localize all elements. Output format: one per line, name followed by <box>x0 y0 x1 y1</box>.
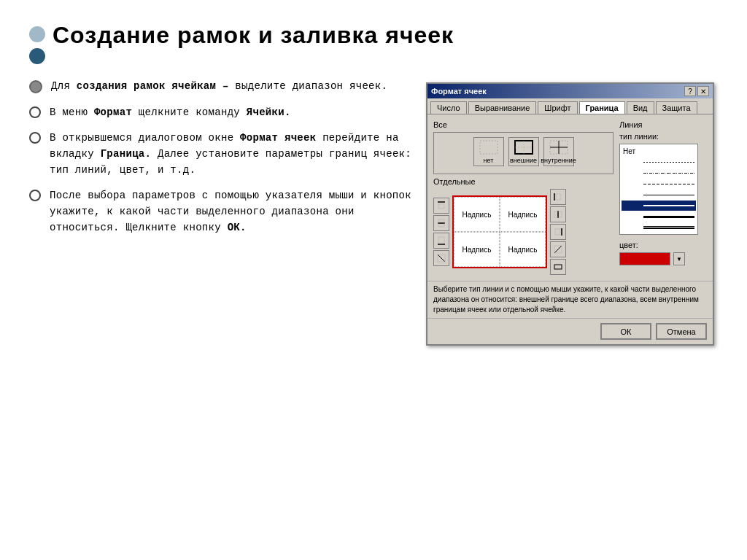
content-area: Для создания рамок ячейкам – выделите ди… <box>29 79 718 545</box>
preset-outer-button[interactable]: внешние <box>508 137 539 166</box>
color-dropdown-button[interactable]: ▼ <box>673 252 685 265</box>
tab-number[interactable]: Число <box>430 101 467 114</box>
line-section: Линия тип линии: Нет <box>619 120 707 235</box>
border-bottom-btn[interactable] <box>433 233 449 249</box>
border-middle-btn[interactable] <box>433 215 449 231</box>
page-title: Создание рамок и заливка ячеек <box>53 22 454 49</box>
dialog-description: Выберите тип линии и с помощью мыши укаж… <box>427 281 713 318</box>
border-right-side-icon <box>553 227 563 237</box>
dialog-column: Формат ячеек ? ✕ Число Выравнивание Шриф… <box>426 79 718 545</box>
line-type-list: Нет <box>619 144 698 235</box>
close-button[interactable]: ✕ <box>697 86 709 96</box>
border-right-buttons <box>550 189 566 275</box>
none-label: Нет <box>623 147 640 155</box>
line-dash1-item[interactable] <box>622 157 696 167</box>
bold-text: Граница. <box>101 148 152 160</box>
tab-font[interactable]: Шрифт <box>538 101 577 114</box>
preview-cell-3: Надпись <box>454 232 500 267</box>
line-dash3-preview <box>643 184 694 184</box>
bullet-marker-2 <box>29 106 41 118</box>
bullet-marker-3 <box>29 132 41 144</box>
ok-bold: ОК. <box>228 222 247 233</box>
dialog-window: Формат ячеек ? ✕ Число Выравнивание Шриф… <box>426 82 714 346</box>
border-presets: нет <box>433 132 614 174</box>
bold-text: создания рамок ячейкам – <box>77 80 229 92</box>
border-left-side-icon <box>553 192 563 202</box>
line-dotdash-visual <box>643 173 694 174</box>
preview-cell-1: Надпись <box>454 197 500 232</box>
individual-section: Отдельные <box>433 177 614 275</box>
tab-view[interactable]: Вид <box>627 101 654 114</box>
line-thick-preview <box>643 216 694 218</box>
line-thick-visual <box>643 216 694 218</box>
border-extra-btn[interactable] <box>550 259 566 275</box>
border-diag-icon <box>436 253 446 263</box>
tab-protect[interactable]: Защита <box>656 101 697 114</box>
bullet-item-1: Для создания рамок ячейкам – выделите ди… <box>29 79 411 95</box>
svg-rect-16 <box>556 194 561 200</box>
border-diag-btn[interactable] <box>433 250 449 266</box>
color-swatch[interactable] <box>619 252 670 265</box>
line-dash3-item[interactable] <box>622 179 696 189</box>
preview-cell-4: Надпись <box>500 232 546 267</box>
border-vert-icon <box>553 209 563 219</box>
help-button[interactable]: ? <box>684 86 696 96</box>
preview-canvas: Надпись Надпись Надпись Надпись <box>452 195 547 268</box>
outer-svg <box>514 139 534 155</box>
svg-rect-23 <box>554 265 562 269</box>
border-right-side-btn[interactable] <box>550 224 566 240</box>
bullet-text-4: После выбора параметров с помощью указат… <box>50 188 411 236</box>
tab-align[interactable]: Выравнивание <box>468 101 537 114</box>
line-type-label: тип линии: <box>619 132 707 141</box>
dialog-titlebar: Формат ячеек ? ✕ <box>427 84 713 98</box>
bullet-item-2: В меню Формат щелкните команду Ячейки. <box>29 105 411 121</box>
svg-rect-0 <box>480 141 498 154</box>
line-dotdash-preview <box>643 173 694 174</box>
svg-rect-12 <box>438 237 444 244</box>
preview-cell-2: Надпись <box>500 197 546 232</box>
border-diag2-icon <box>553 244 563 254</box>
bullet-text-1: Для создания рамок ячейкам – выделите ди… <box>51 79 387 95</box>
line-section-label: Линия <box>619 120 707 129</box>
line-solid-item[interactable] <box>622 190 696 200</box>
line-thick-item[interactable] <box>622 211 696 222</box>
text-column: Для создания рамок ячейкам – выделите ди… <box>29 79 411 545</box>
inner-svg <box>549 139 569 155</box>
dialog-tabs: Число Выравнивание Шрифт Граница Вид Защ… <box>427 98 713 114</box>
border-vert-btn[interactable] <box>550 206 566 222</box>
line-medium-preview <box>643 205 694 206</box>
border-left-side-btn[interactable] <box>550 189 566 205</box>
dialog-left: Все нет <box>433 120 614 275</box>
individual-label: Отдельные <box>433 177 614 186</box>
line-medium-visual <box>643 205 694 206</box>
header-dots <box>29 22 45 64</box>
cancel-button[interactable]: Отмена <box>656 323 707 340</box>
ok-button[interactable]: ОК <box>600 323 651 340</box>
bullet-item-4: После выбора параметров с помощью указат… <box>29 188 411 236</box>
tab-border[interactable]: Граница <box>579 101 625 114</box>
svg-line-21 <box>554 246 562 253</box>
border-diag2-btn[interactable] <box>550 241 566 257</box>
border-extra-icon <box>553 262 563 272</box>
color-label: цвет: <box>619 241 707 249</box>
line-dotdash-item[interactable] <box>622 168 696 178</box>
line-none-item[interactable]: Нет <box>622 146 696 156</box>
bullet-item-3: В открывшемся диалоговом окне Формат яче… <box>29 131 411 178</box>
presets-row: нет <box>438 137 608 166</box>
all-section-label: Все <box>433 120 614 129</box>
border-top-btn[interactable] <box>433 198 449 214</box>
border-preview-area: Надпись Надпись Надпись Надпись <box>433 189 614 275</box>
preview-wrapper: Надпись Надпись Надпись Надпись <box>452 195 547 268</box>
preset-none-button[interactable]: нет <box>473 137 504 166</box>
preset-inner-button[interactable]: внутренние <box>543 137 574 166</box>
line-double-item[interactable] <box>622 222 696 233</box>
line-dash1-visual <box>643 184 694 184</box>
bullet-text-3: В открывшемся диалоговом окне Формат яче… <box>50 131 411 178</box>
line-dash1-preview <box>643 162 694 163</box>
color-section: цвет: ▼ <box>619 241 707 265</box>
dialog-body: Все нет <box>427 114 713 281</box>
dialog-title: Формат ячеек <box>431 87 487 96</box>
line-medium-item[interactable] <box>622 201 696 211</box>
svg-rect-20 <box>555 229 560 235</box>
line-double-preview <box>643 226 694 229</box>
